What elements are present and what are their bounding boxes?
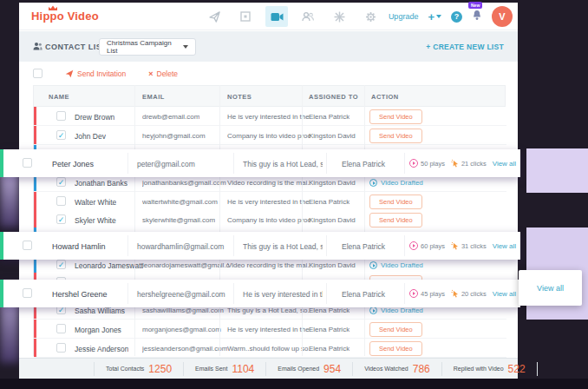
row-checkbox[interactable]: ✓ [56,214,66,224]
table-row[interactable]: ✓ John Dev heyjohn@gmail.com Company is … [34,126,506,145]
background-bottom-strip [0,379,588,389]
list-selector-dropdown[interactable]: Christmas Campaign List [99,38,196,56]
highlighted-contact-row[interactable]: Howard Hamlin howardhamlin@gmail.com Thi… [0,232,520,260]
column-divider [127,283,128,304]
clicks-label: 31 clicks [461,242,487,250]
contact-notes: He is very interested in the prod.. [227,113,310,121]
send-video-button[interactable]: Send Video [369,194,422,209]
clicks-label: 20 clicks [461,290,487,298]
row-checkbox[interactable] [56,196,66,206]
contact-name: Skyler White [75,216,116,225]
contact-notes: He is very interested in the prod.. [227,198,310,206]
send-video-button[interactable]: Send Video [369,213,422,227]
nav-videos-tab[interactable] [265,6,288,27]
send-invitation-button[interactable]: Send Invitation [65,69,126,78]
nav-send-tab[interactable] [203,6,225,27]
row-checkbox[interactable] [23,241,32,250]
view-all-tooltip: View all [519,270,582,306]
send-icon [65,69,74,78]
table-row[interactable]: ✓ Skyler White skylerwhite@gmail.com Com… [34,210,506,229]
table-row[interactable]: Drew Brown drewb@email.com He is very in… [34,107,506,126]
contact-list-title: CONTACT LIST [45,43,107,51]
clicks-stat: 21 clicks [451,159,487,168]
stat-total-contacts: Total Contacts 1250 [94,362,184,376]
view-all-link[interactable]: View all [493,290,516,298]
table-row[interactable]: Morgan Jones morganjones@gmail.com He is… [34,320,506,339]
stat-value: 1250 [148,363,172,375]
row-checkbox[interactable]: ✓ [56,130,66,140]
send-video-button[interactable]: Send Video [369,129,422,143]
send-video-button[interactable]: Send Video [369,322,422,337]
contact-assigned-to: Elena Patrick [309,307,350,314]
plays-stat: 45 plays [409,289,445,298]
notifications-button[interactable]: New [472,9,482,24]
paper-plane-icon [209,11,220,23]
send-video-button[interactable]: Send Video [369,341,422,356]
contact-notes: This guy is a Hot Lead, so.... [227,307,310,314]
row-checkbox[interactable] [23,288,32,298]
bulk-actions-toolbar: Send Invitation × Delete [19,62,518,85]
highlighted-contact-row[interactable]: Hershel Greene hershelgreene@gmail.com H… [0,280,520,307]
contact-notes: Company is into video produ... [227,216,310,224]
nav-media-tab[interactable] [234,6,257,27]
create-new-list-button[interactable]: + CREATE NEW LIST [426,43,504,51]
row-checkbox[interactable] [56,343,66,353]
contact-notes: Video recording is the mai... [227,179,310,187]
click-cursor-icon [451,289,459,298]
column-divider [326,235,327,256]
delete-button[interactable]: × Delete [148,69,178,78]
row-checkbox[interactable]: ✓ [56,260,66,269]
upgrade-link[interactable]: Upgrade [389,12,419,21]
nav-settings-tab[interactable] [359,6,382,27]
view-all-link[interactable]: View all [493,242,516,250]
stage: Hippo Video [0,0,588,389]
column-divider [326,153,327,174]
row-checkbox[interactable] [56,111,66,121]
select-all-checkbox[interactable] [33,69,42,78]
column-header-assigned: ASSIGNED TO [309,93,358,101]
video-drafted-link[interactable]: Video Drafted [369,179,423,187]
plays-label: 60 plays [421,242,445,250]
column-header-action: ACTION [371,93,399,101]
view-all-link[interactable]: View all [493,160,516,168]
background-glow [0,170,19,227]
contact-assigned-to: Elena Patrick [309,326,350,333]
highlighted-contact-row[interactable]: Peter Jones peter@gmail.com This guy is … [0,149,520,177]
table-row[interactable]: Jessie Anderson jessieanderson@gmail.com… [34,339,506,358]
row-checkbox[interactable]: ✓ [56,177,66,187]
column-divider [233,235,234,256]
row-checkbox[interactable] [56,324,66,333]
contact-email: howardhamlin@gmail.com [137,242,224,251]
nav-contacts-tab[interactable] [297,6,319,27]
contact-name: Peter Jones [52,160,94,168]
table-row[interactable]: Walter White waltertwhite@gmail.com He i… [34,192,506,211]
table-header: NAME EMAIL NOTES ASSIGNED TO ACTION [33,85,506,107]
delete-x-icon: × [148,69,153,78]
row-status-stripe [34,210,36,228]
play-circle-icon [369,179,377,187]
video-drafted-label: Video Drafted [381,307,423,314]
contact-assigned-to: Elena Patrick [342,242,385,251]
help-button[interactable]: ? [451,11,462,23]
row-status-stripe [34,339,36,357]
row-action: Send Video [369,341,422,356]
video-drafted-link[interactable]: Video Drafted [369,307,423,314]
contact-name: Morgan Jones [75,326,121,334]
view-all-link[interactable]: View all [537,284,564,293]
user-avatar[interactable]: V [492,6,513,27]
contact-notes: Company is into video produ... [227,132,310,140]
send-video-button[interactable]: Send Video [369,109,422,124]
row-checkbox[interactable] [23,158,32,168]
integrations-icon [334,11,345,23]
contact-notes: He is very interested in the prod.. [243,290,323,299]
plays-label: 45 plays [421,290,445,298]
nav-integrations-tab[interactable] [328,6,350,27]
video-stats: 60 plays 31 clicks View all [409,232,520,260]
stat-value: 786 [413,363,430,375]
add-new-button[interactable]: + [428,10,441,23]
stat-value: 954 [323,363,341,375]
stat-label: Emails Opened [278,366,319,372]
stat-label: Videos Watched [364,366,408,372]
play-icon [409,159,418,168]
video-drafted-link[interactable]: Video Drafted [369,261,423,269]
